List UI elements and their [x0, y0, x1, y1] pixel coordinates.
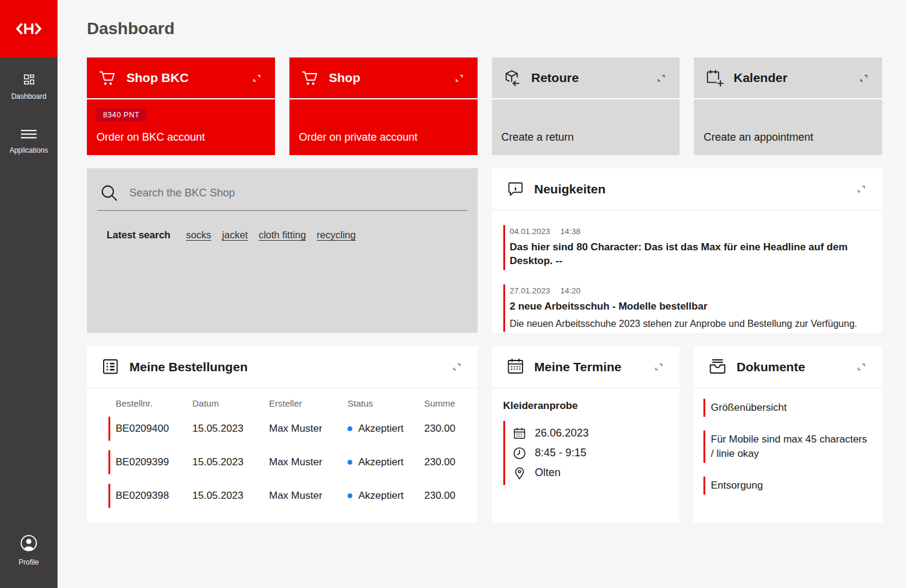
cart-icon	[300, 69, 320, 87]
status-label: Akzeptiert	[358, 456, 404, 468]
main-content: Dashboard Shop BKC	[58, 0, 906, 588]
expand-icon[interactable]	[856, 362, 866, 372]
news-text: Die neuen Arbeitsschuhe 2023 stehen zur …	[510, 319, 868, 329]
calendar-icon	[506, 357, 526, 377]
news-list: 04.01.2023 14:38 Das hier sind 80 Charac…	[492, 210, 883, 332]
list-item[interactable]: Größenübersicht	[703, 399, 869, 417]
card-title: Kalender	[733, 71, 787, 85]
table-row[interactable]: BE0209400 15.05.2023 Max Muster Akzeptie…	[108, 417, 463, 441]
search-term-link[interactable]: socks	[186, 229, 211, 241]
expand-icon[interactable]	[859, 73, 869, 83]
status-dot-icon	[348, 426, 352, 431]
news-date: 27.01.2023	[510, 286, 551, 295]
order-sum: 230.00	[424, 423, 463, 435]
card-title: Shop	[329, 71, 361, 85]
clock-icon	[512, 446, 527, 460]
appointment-time-row: 8:45 - 9:15	[512, 443, 668, 463]
news-headline: 2 neue Arbeitsschuh - Modelle bestellbar	[510, 299, 848, 313]
order-status: Akzeptiert	[348, 423, 424, 435]
search-input[interactable]	[129, 187, 467, 199]
orders-table-header: Bestellnr. Datum Ersteller Status Summe	[101, 398, 463, 417]
news-item[interactable]: 27.01.2023 14:20 2 neue Arbeitsschuh - M…	[503, 284, 868, 332]
user-icon	[20, 534, 38, 552]
dashboard-grid: Shop BKC 8340 PNT Order on BKC account	[87, 57, 882, 523]
sidebar: Dashboard Applications Profile	[0, 0, 58, 588]
expand-icon[interactable]	[452, 362, 462, 372]
expand-icon[interactable]	[856, 184, 866, 194]
card-title: Retoure	[531, 71, 579, 85]
sbb-logo[interactable]	[0, 0, 58, 57]
expand-icon[interactable]	[654, 362, 664, 372]
column-header: Bestellnr.	[116, 398, 192, 408]
order-creator: Max Muster	[269, 490, 348, 502]
calendar-icon	[512, 426, 527, 441]
list-item[interactable]: Für Mobile sind max 45 characters / lini…	[703, 431, 869, 463]
card-dokumente: Dokumente Größenübersicht Für Mobile sin…	[694, 346, 882, 523]
card-retoure-header: Retoure	[492, 57, 680, 98]
card-text: Create a return	[502, 131, 671, 144]
page-title: Dashboard	[87, 17, 882, 41]
order-creator: Max Muster	[269, 456, 348, 468]
appointment[interactable]: Kleideranprobe	[492, 388, 680, 485]
card-shop-header: Shop	[289, 57, 478, 98]
card-kalender[interactable]: Kalender Create an appointment	[694, 57, 882, 155]
latest-search-label: Latest search	[107, 229, 170, 241]
order-number: BE0209398	[116, 490, 192, 502]
dashboard-grid-icon	[22, 73, 36, 86]
appointment-date-row: 26.06.2023	[512, 423, 668, 443]
appointment-location: Olten	[535, 466, 561, 479]
appointment-date: 26.06.2023	[535, 427, 589, 440]
card-kalender-body: Create an appointment	[694, 99, 882, 155]
search-term-link[interactable]: recycling	[317, 229, 356, 241]
document-tray-icon	[708, 357, 727, 377]
orders-table: Bestellnr. Datum Ersteller Status Summe …	[87, 388, 478, 517]
sidebar-item-profile[interactable]: Profile	[19, 533, 39, 568]
news-meta: 04.01.2023 14:38	[510, 227, 868, 236]
table-row[interactable]: BE0209398 15.05.2023 Max Muster Akzeptie…	[108, 484, 463, 508]
order-status: Akzeptiert	[348, 456, 424, 468]
card-text: Order on private account	[299, 131, 468, 144]
column-header: Datum	[192, 398, 269, 408]
card-shop-body: Order on private account	[289, 99, 478, 155]
order-date: 15.05.2023	[192, 456, 269, 468]
appointment-location-row: Olten	[512, 463, 668, 483]
sidebar-item-dashboard[interactable]: Dashboard	[0, 72, 58, 102]
cart-icon	[98, 69, 117, 87]
return-package-icon	[503, 68, 523, 88]
expand-icon[interactable]	[252, 73, 262, 83]
order-status: Akzeptiert	[348, 490, 424, 502]
status-label: Akzeptiert	[358, 423, 404, 435]
card-retoure-body: Create a return	[492, 99, 680, 155]
appointment-title: Kleideranprobe	[503, 400, 668, 412]
card-neuigkeiten: Neuigkeiten 04.01.2023 14:38 Das hier si…	[492, 168, 883, 333]
table-row[interactable]: BE0209399 15.05.2023 Max Muster Akzeptie…	[108, 450, 463, 474]
status-dot-icon	[348, 460, 352, 465]
expand-icon[interactable]	[656, 73, 666, 83]
order-number: BE0209400	[116, 423, 192, 435]
order-date: 15.05.2023	[192, 490, 269, 502]
card-termine-header: Meine Termine	[492, 346, 680, 388]
search-term-link[interactable]: cloth fitting	[259, 229, 306, 241]
card-retoure[interactable]: Retoure Create a return	[492, 57, 680, 155]
latest-search-row: Latest search socks jacket cloth fitting…	[107, 229, 467, 241]
card-text: Create an appointment	[703, 131, 872, 144]
search-term-link[interactable]: jacket	[222, 229, 248, 241]
order-creator: Max Muster	[269, 423, 348, 435]
search-bar	[97, 183, 467, 211]
expand-icon[interactable]	[454, 73, 464, 83]
card-bestellungen-header: Meine Bestellungen	[87, 346, 478, 388]
column-header: Summe	[424, 398, 463, 408]
order-date: 15.05.2023	[192, 423, 269, 435]
card-title: Neuigkeiten	[534, 182, 606, 196]
sidebar-item-label: Applications	[10, 146, 49, 154]
card-shop[interactable]: Shop Order on private account	[289, 57, 478, 155]
status-dot-icon	[348, 493, 352, 498]
sidebar-item-applications[interactable]: Applications	[0, 127, 58, 156]
shop-search-panel: Latest search socks jacket cloth fitting…	[87, 168, 478, 333]
card-shop-bkc[interactable]: Shop BKC 8340 PNT Order on BKC account	[87, 57, 275, 155]
list-box-icon	[101, 357, 120, 377]
news-item[interactable]: 04.01.2023 14:38 Das hier sind 80 Charac…	[503, 225, 868, 270]
calendar-add-icon	[705, 68, 724, 88]
appointment-details: 26.06.2023 8:45 - 9:15	[503, 421, 668, 485]
list-item[interactable]: Entsorgung	[703, 477, 869, 495]
